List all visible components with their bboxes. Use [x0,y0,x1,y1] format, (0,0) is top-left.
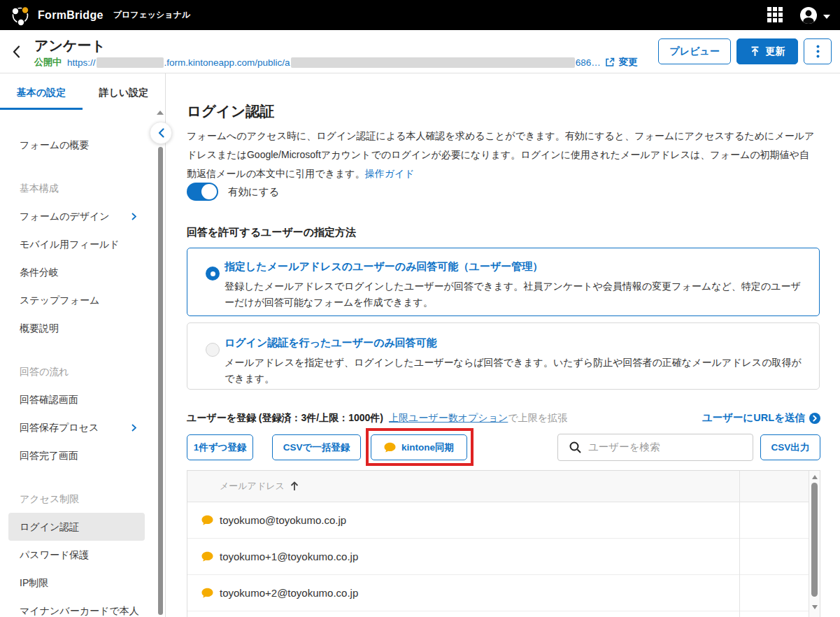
brand-name: FormBridge [38,9,104,22]
sidebar-item-IP制限[interactable]: IP制限 [8,569,145,597]
option-any-authenticated-user[interactable]: ログイン認証を行ったユーザーのみ回答可能 メールアドレスを指定せず、ログインした… [187,322,820,390]
sidebar-section-アクセス制限: アクセス制限 [8,485,145,513]
register-users-heading: ユーザーを登録 (登録済：3件/上限：1000件) [187,412,383,425]
csv-bulk-register-button[interactable]: CSVで一括登録 [272,434,361,460]
back-button[interactable] [12,45,20,60]
redacted-url-part [97,57,164,68]
user-table: メールアドレス toyokumo@toyokumo.co.jptoyokumo+… [187,470,820,617]
kintone-icon [201,551,213,562]
topbar: FormBridge プロフェッショナル [0,0,840,30]
update-button[interactable]: 更新 [736,38,798,64]
kintone-icon [201,515,213,525]
sidebar-tabs: 基本の設定 詳しい設定 [0,73,165,110]
caret-down-icon[interactable] [823,9,830,22]
enable-toggle-label: 有効にする [228,185,280,199]
search-icon [569,441,581,453]
section-title: 回答を許可するユーザーの指定方法 [187,226,356,239]
table-row[interactable]: toyokumo+1@toyokumo.co.jp [187,539,820,575]
sidebar-item-ログイン認証[interactable]: ログイン認証 [8,513,145,541]
upload-icon [750,46,760,57]
settings-sidebar: 基本の設定 詳しい設定 フォームの概要基本構成フォームのデザインモバイル用フィー… [0,73,166,617]
formbridge-app: FormBridge プロフェッショナル アンケート 公開中 [0,0,840,617]
sidebar-scrollbar-thumb[interactable] [158,147,163,615]
form-title: アンケート [34,37,638,55]
sidebar-item-マイナンバーカードで本人[interactable]: マイナンバーカードで本人 [8,597,145,617]
tab-detailed-settings[interactable]: 詳しい設定 [83,73,165,110]
sidebar-scroll-up-arrow[interactable] [157,111,164,115]
user-limit-option-link[interactable]: 上限ユーザー数オプション [389,412,508,425]
scroll-up-arrow[interactable] [812,475,818,479]
sidebar-item-概要説明[interactable]: 概要説明 [8,314,145,342]
register-one-button[interactable]: 1件ずつ登録 [187,434,253,460]
send-url-link[interactable]: ユーザーにURLを送信 [702,411,820,425]
sidebar-item-フォームの概要[interactable]: フォームの概要 [8,131,145,159]
formbridge-logo-icon [10,5,31,26]
tab-basic-settings[interactable]: 基本の設定 [0,73,83,110]
table-column-separator [739,471,740,617]
email-column-header[interactable]: メールアドレス [220,480,285,492]
sidebar-item-モバイル用フィールド[interactable]: モバイル用フィールド [8,230,145,258]
main-content: ログイン認証 フォームへのアクセス時に、ログイン認証による本人確認を求めることが… [166,73,840,617]
table-scrollbar-thumb[interactable] [811,483,818,597]
option-registered-users[interactable]: 指定したメールアドレスのユーザーのみ回答可能（ユーザー管理） 登録したメールアド… [187,248,820,316]
sort-ascending-icon[interactable] [290,481,299,491]
sidebar-item-パスワード保護[interactable]: パスワード保護 [8,541,145,569]
table-row[interactable]: toyokumo+2@toyokumo.co.jp [187,575,820,611]
sidebar-item-ステップフォーム[interactable]: ステップフォーム [8,286,145,314]
change-url-link[interactable]: 変更 [619,56,638,69]
user-email: toyokumo+1@toyokumo.co.jp [220,551,358,562]
sidebar-collapse-button[interactable] [150,122,172,144]
sidebar-item-条件分岐[interactable]: 条件分岐 [8,258,145,286]
more-menu-button[interactable] [804,38,832,64]
sidebar-item-回答保存プロセス[interactable]: 回答保存プロセス [8,413,145,441]
apps-grid-icon[interactable] [767,7,784,24]
redacted-url-part [291,57,575,68]
chevron-right-icon [131,424,136,432]
external-link-icon[interactable] [605,57,615,67]
enable-toggle[interactable] [187,183,218,201]
sidebar-item-フォームのデザイン[interactable]: フォームのデザイン [8,202,145,230]
sidebar-item-回答確認画面[interactable]: 回答確認画面 [8,385,145,413]
sidebar-section-回答の流れ: 回答の流れ [8,357,145,385]
radio-unselected-icon[interactable] [206,343,220,357]
page-title: ログイン認証 [187,101,274,121]
status-badge: 公開中 [34,56,62,69]
help-arrow-icon [809,413,820,424]
sidebar-nav: フォームの概要基本構成フォームのデザインモバイル用フィールド条件分岐ステップフォ… [0,110,165,617]
sidebar-section-基本構成: 基本構成 [8,174,145,202]
public-url: https://.form.kintoneapp.com/public/a686… [67,57,601,68]
chevron-right-icon [131,213,136,220]
page-description: フォームへのアクセス時に、ログイン認証による本人確認を求めることができます。有効… [187,127,816,183]
sidebar-item-回答完了画面[interactable]: 回答完了画面 [8,441,145,469]
table-header-row: メールアドレス [187,471,820,502]
user-search-input[interactable]: ユーザーを検索 [557,434,753,461]
kintone-icon [201,588,213,598]
radio-selected-icon[interactable] [206,267,220,281]
plan-badge: プロフェッショナル [113,9,191,21]
annotation-highlight-box [366,428,474,466]
table-scrollbar [809,471,820,617]
csv-export-button[interactable]: CSV出力 [760,434,820,460]
user-email: toyokumo@toyokumo.co.jp [220,514,346,526]
scroll-down-arrow[interactable] [812,605,818,609]
table-row[interactable]: toyokumo@toyokumo.co.jp [187,502,820,539]
account-avatar-icon[interactable] [799,6,818,24]
page-header: アンケート 公開中 https://.form.kintoneapp.com/p… [0,30,840,73]
preview-button[interactable]: プレビュー [658,38,731,64]
guide-link[interactable]: 操作ガイド [365,168,415,179]
user-email: toyokumo+2@toyokumo.co.jp [220,587,358,599]
